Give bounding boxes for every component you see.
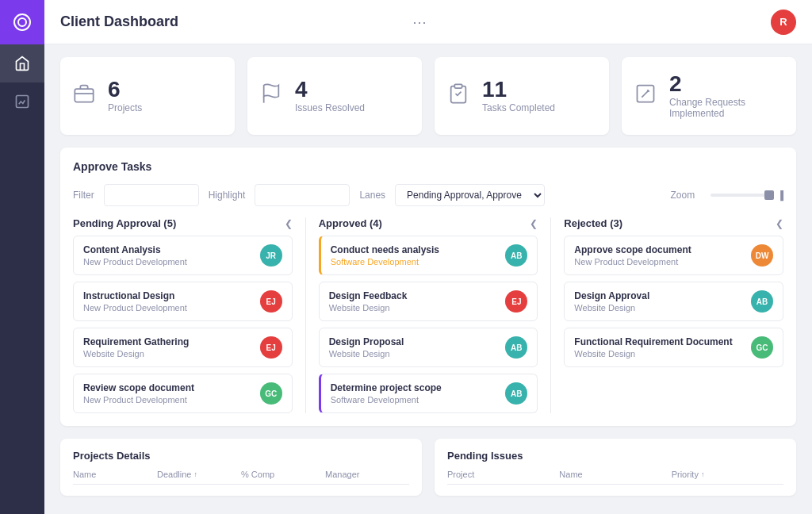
header-menu-button[interactable]: ⋯	[412, 13, 427, 31]
task-card: Review scope document New Product Develo…	[73, 374, 293, 413]
task-sub: Website Design	[574, 349, 745, 359]
th-manager: Manager	[325, 470, 409, 479]
th-issue-name: Name	[559, 470, 671, 479]
svg-point-0	[14, 14, 30, 30]
flag-icon	[260, 82, 282, 109]
col-approved-cards: Conduct needs analysis Software Developm…	[319, 236, 538, 413]
stat-changes: 2 Change Requests Implemented	[622, 57, 796, 135]
highlight-input[interactable]	[255, 184, 350, 206]
stat-projects: 6 Projects	[60, 57, 235, 135]
zoom-control: ▐	[704, 190, 783, 200]
task-card: Content Analysis New Product Development…	[73, 236, 293, 275]
task-card: Design Approval Website Design AB	[564, 282, 783, 321]
clipboard-icon	[447, 82, 469, 109]
task-avatar: AB	[505, 244, 527, 267]
th-priority: Priority ↑	[672, 470, 783, 479]
col-pending-cards: Content Analysis New Product Development…	[73, 236, 293, 413]
col-rejected-cards: Approve scope document New Product Devel…	[564, 236, 783, 367]
highlight-label: Highlight	[209, 190, 246, 201]
th-comp: % Comp	[241, 470, 325, 479]
task-name: Approve scope document	[574, 244, 745, 255]
filter-input[interactable]	[104, 184, 199, 206]
filter-row: Filter Highlight Lanes Pending Approval,…	[73, 184, 783, 206]
stats-row: 6 Projects 4 Issues Resolved	[60, 57, 796, 135]
col-rejected-chevron[interactable]: ❮	[776, 218, 783, 229]
svg-point-1	[18, 18, 26, 26]
task-sub: Website Design	[329, 349, 500, 359]
col-divider	[305, 217, 306, 413]
task-sub: Website Design	[574, 303, 745, 313]
zoom-handle[interactable]	[764, 190, 774, 200]
content-area: 6 Projects 4 Issues Resolved	[44, 44, 812, 514]
task-card: Design Proposal Website Design AB	[319, 328, 538, 367]
task-avatar: EJ	[260, 336, 282, 359]
svg-rect-3	[75, 89, 93, 102]
issues-table-header: Project Name Priority ↑	[447, 470, 783, 485]
tasks-count: 11	[482, 79, 555, 101]
task-avatar: GC	[751, 336, 773, 359]
pending-issues-title: Pending Issues	[447, 450, 783, 462]
sidebar-logo[interactable]	[0, 0, 44, 44]
task-avatar: EJ	[260, 290, 282, 313]
col-pending-approval: Pending Approval (5) ❮ Content Analysis …	[73, 217, 293, 413]
col-rejected-title: Rejected (3)	[564, 217, 622, 229]
zoom-label: Zoom	[671, 190, 695, 201]
task-name: Requirement Gathering	[83, 336, 254, 347]
bottom-row: Projects Details Name Deadline ↑ % Comp …	[60, 439, 796, 496]
svg-rect-2	[17, 96, 29, 108]
task-sub: Software Development	[331, 395, 500, 405]
projects-details-title: Projects Details	[73, 450, 409, 462]
lanes-select[interactable]: Pending Approval, Approve	[395, 184, 545, 206]
briefcase-icon	[73, 82, 95, 109]
col-pending-title: Pending Approval (5)	[73, 217, 176, 229]
lanes-label: Lanes	[359, 190, 385, 201]
task-name: Review scope document	[83, 382, 254, 393]
projects-count: 6	[108, 79, 142, 101]
projects-table-header: Name Deadline ↑ % Comp Manager	[73, 470, 409, 485]
task-name: Design Proposal	[329, 336, 500, 347]
edit-icon	[634, 82, 657, 109]
user-avatar[interactable]: R	[771, 10, 796, 35]
task-sub: Website Design	[83, 349, 254, 359]
task-sub: New Product Development	[83, 257, 254, 267]
task-card: Conduct needs analysis Software Developm…	[319, 236, 538, 275]
tasks-label: Tasks Completed	[482, 102, 555, 113]
stat-tasks: 11 Tasks Completed	[435, 57, 609, 135]
task-avatar: DW	[751, 244, 773, 267]
task-sub: New Product Development	[83, 303, 254, 313]
sidebar-item-home[interactable]	[0, 44, 44, 82]
issues-count: 4	[295, 79, 365, 101]
main-content: Client Dashboard ⋯ R 6 Projects	[44, 0, 812, 514]
kanban-board: Pending Approval (5) ❮ Content Analysis …	[73, 217, 783, 413]
zoom-bar	[710, 194, 774, 197]
col-pending-chevron[interactable]: ❮	[285, 218, 293, 229]
task-avatar: GC	[260, 382, 282, 405]
filter-label: Filter	[73, 190, 94, 201]
task-sub: Website Design	[329, 303, 500, 313]
task-sub: New Product Development	[83, 395, 254, 405]
task-name: Determine project scope	[331, 382, 500, 393]
col-approved: Approved (4) ❮ Conduct needs analysis So…	[319, 217, 538, 413]
changes-count: 2	[669, 73, 783, 95]
th-deadline: Deadline ↑	[157, 470, 241, 479]
col-approved-title: Approved (4)	[319, 217, 382, 229]
task-name: Design Approval	[574, 290, 745, 301]
task-sub: New Product Development	[574, 257, 745, 267]
col-approved-chevron[interactable]: ❮	[530, 218, 538, 229]
task-card: Determine project scope Software Develop…	[319, 374, 538, 413]
changes-label: Change Requests Implemented	[669, 97, 783, 119]
task-card: Instructional Design New Product Develop…	[73, 282, 293, 321]
col-divider-2	[550, 217, 551, 413]
task-name: Instructional Design	[83, 290, 254, 301]
issues-label: Issues Resolved	[295, 102, 365, 113]
task-name: Functional Requirement Document	[574, 336, 745, 347]
projects-label: Projects	[108, 102, 142, 113]
task-avatar: EJ	[505, 290, 527, 313]
task-avatar: JR	[260, 244, 282, 267]
col-rejected: Rejected (3) ❮ Approve scope document Ne…	[564, 217, 783, 413]
projects-details-card: Projects Details Name Deadline ↑ % Comp …	[60, 439, 422, 496]
sidebar-item-analytics[interactable]	[0, 82, 44, 121]
sidebar	[0, 0, 44, 514]
page-title: Client Dashboard	[60, 13, 404, 30]
task-name: Content Analysis	[83, 244, 254, 255]
